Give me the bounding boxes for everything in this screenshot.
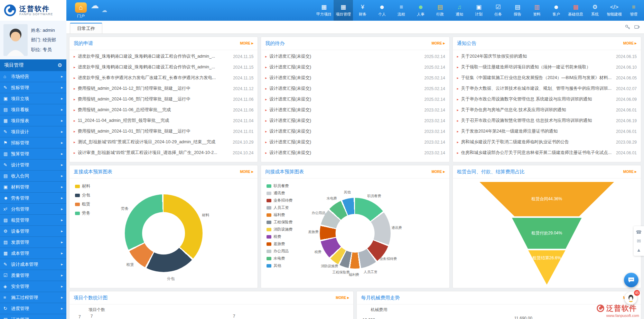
module-item[interactable]: ▦ 甲方项目	[314, 0, 334, 21]
key-icon[interactable]	[625, 25, 630, 30]
legend-item[interactable]: 通讯费	[267, 191, 292, 196]
list-item[interactable]: ▸ 设计进度汇报(未提交) 2025.02.14	[265, 62, 445, 72]
module-item[interactable]: ▩ 基础信息	[566, 0, 585, 21]
legend-item[interactable]: 福利费	[267, 212, 292, 218]
sidebar-item[interactable]: ▦ 项目报表 ▸	[0, 115, 66, 126]
list-item[interactable]: ▸ 进度款申报_珠海鹤港口建设_珠海鹤港口建设工程合作协议书_admin_...…	[74, 62, 253, 72]
funnel-segment-payment[interactable]: 租赁付款29.04%	[512, 218, 582, 249]
legend-item[interactable]: 消防设施费	[267, 227, 292, 232]
list-item[interactable]: ▸ 关于领取一级注册建造师培训项目的通知（须持一建证书前来领取） 2024.06…	[457, 62, 637, 72]
sidebar-item[interactable]: ✎ 设计成本管理 ▸	[0, 259, 66, 270]
list-item[interactable]: ▸ 费用报销_admin_2024-11-06_部门经理审批_胡建__运行中 2…	[74, 94, 253, 105]
legend-item[interactable]: 租赁	[75, 201, 90, 207]
legend-item[interactable]: 职员餐费	[267, 183, 292, 188]
list-item[interactable]: ▸ 11_2024-11-04_admin_经营部_领导审批__完成 2024.…	[74, 115, 253, 126]
legend-item[interactable]: 人员工资	[267, 205, 292, 210]
module-item[interactable]: ☑ 任务	[488, 0, 508, 21]
funnel-segment-settlement[interactable]: 租赁结算26.6%	[528, 250, 566, 285]
sidebar-item[interactable]: ⌂ 市场经营 ▸	[0, 71, 66, 82]
list-item[interactable]: ▸ 关于召开市政公用设施智慧化管理信息 信息技术与应用培训班的通知 2024.0…	[457, 115, 637, 126]
module-item[interactable]: ☻ 个人	[372, 0, 392, 21]
legend-item[interactable]: 办公用品	[267, 249, 292, 254]
more-button[interactable]: MORE ▶	[623, 170, 637, 174]
legend-item[interactable]: 业务招待费	[267, 198, 292, 203]
sidebar-item[interactable]: ▤ 收入合同 ▸	[0, 171, 66, 182]
tab-daily-work[interactable]: 日常工作	[70, 23, 102, 33]
legend-item[interactable]: 分包	[75, 192, 90, 198]
sidebar-item[interactable]: ✎ 投标管理 ▸	[0, 82, 66, 93]
sidebar-item[interactable]: ↻ 进度管理 ▸	[0, 303, 66, 314]
phone-icon[interactable]: ☎	[636, 230, 642, 234]
sidebar-item[interactable]: ▦ 成本管理 ▸	[0, 248, 66, 259]
list-item[interactable]: ▸ 设计进度汇报(未提交) 2025.02.14	[265, 94, 445, 105]
sidebar-item[interactable]: ▥ 预算管理 ▸	[0, 148, 66, 160]
legend-item[interactable]: 工程保险费	[267, 220, 292, 225]
list-item[interactable]: ▸ 关于2024年国庆节放假安排的通知 2024.06.15	[457, 51, 637, 62]
sidebar-item[interactable]: ≡ 施工过程管理 ▸	[0, 292, 66, 303]
module-item[interactable]: ▦ 项目管理	[334, 0, 353, 21]
legend-item[interactable]: 税费	[267, 234, 292, 239]
qq-button[interactable]: 45	[625, 292, 637, 304]
module-item[interactable]: ▥ 资料	[527, 0, 547, 21]
list-item[interactable]: ▸ 设计进度汇报(未提交) 2023.02.14	[265, 137, 445, 147]
module-item[interactable]: ¥ 财务	[353, 0, 372, 21]
list-item[interactable]: ▸ 设计审查_彭祖新城“四馆”景观工程设计项目_请选择_胡广生_2024-10-…	[74, 147, 253, 158]
list-item[interactable]: ▸ 设计进度汇报(未提交) 2023.02.14	[265, 126, 445, 137]
legend-item[interactable]: 差旅费	[267, 241, 292, 246]
list-item[interactable]: ▸ 关于举办大数据、云计算技术在城市建设、规划、管理与服务中的应用培训班... …	[457, 83, 637, 94]
funnel-segment-contract[interactable]: 租赁合同44.36%	[479, 182, 614, 216]
sidebar-item[interactable]: ▣ 项目立项 ▸	[0, 93, 66, 104]
sidebar-item[interactable]: ▤ 发票管理 ▸	[0, 237, 66, 248]
list-item[interactable]: ▸ 费用报销_admin_2024-11-12_部门经理审批_胡建__运行中 2…	[74, 83, 253, 94]
list-item[interactable]: ▸ 房和城乡建设厅关于取消二级建造师临时执业证书的公告 2023.08.29	[457, 137, 637, 147]
legend-item[interactable]: 劳务	[75, 210, 90, 216]
sidebar-item[interactable]: ◈ 安全管理 ▸	[0, 281, 66, 292]
list-item[interactable]: ▸ 设计进度汇报(未提交) 2023.02.14	[265, 147, 445, 158]
sidebar-item[interactable]: ▧ 租赁管理 ▸	[0, 215, 66, 226]
more-button[interactable]: MORE ▶	[336, 296, 349, 300]
more-button[interactable]: MORE ▶	[623, 41, 637, 45]
sidebar-item[interactable]: ▤ 项目看板 ▸	[0, 104, 66, 115]
module-item[interactable]: ☻ 客户	[547, 0, 566, 21]
module-item[interactable]: ▤ 报告	[508, 0, 527, 21]
more-button[interactable]: MORE ▶	[432, 170, 445, 174]
list-item[interactable]: ▸ 费用报销_admin_2024-11-01_部门经理审批_胡建__运行中 2…	[74, 126, 253, 137]
module-item[interactable]: ≡ 管理	[624, 0, 643, 21]
list-item[interactable]: ▸ 设计进度汇报(未提交) 2025.02.14	[265, 51, 445, 62]
exit-fullscreen-icon[interactable]	[634, 25, 640, 30]
list-item[interactable]: ▸ 关于发放2024年第24批一级建造师注册证书的通知 2024.06.01	[457, 126, 637, 137]
list-item[interactable]: ▸ 于征集《中国建筑施工行业信息化发展报告（2024）—BIM应用与发展》材料.…	[457, 72, 637, 83]
legend-item[interactable]: 水电费	[267, 256, 292, 261]
module-item[interactable]: ≡ 流程	[392, 0, 411, 21]
sidebar-item[interactable]: ✎ 项目设计 ▸	[0, 126, 66, 137]
portal-button[interactable]: ⌂ 门户 ☁ ☁	[68, 0, 93, 21]
legend-item[interactable]: 其他	[267, 263, 292, 268]
chat-button[interactable]	[624, 273, 638, 287]
list-item[interactable]: ▸ 测试_彭祖新城“四馆”景观工程设计项目_2024-10-29_admin_结…	[74, 137, 253, 147]
list-item[interactable]: ▸ 住房和城乡建设部办公厅关于同意吉林省开展二级建造师注册证书电子化试点... …	[457, 147, 637, 158]
more-button[interactable]: MORE ▶	[240, 41, 253, 45]
module-item[interactable]: ▣ 计划	[469, 0, 488, 21]
list-item[interactable]: ▸ 设计进度汇报(未提交) 2023.02.14	[265, 105, 445, 115]
module-item[interactable]: ♫ 通知	[450, 0, 469, 21]
module-item[interactable]: </> 智能建模	[605, 0, 624, 21]
sidebar-item[interactable]: ☻ 劳务管理 ▸	[0, 193, 66, 204]
list-item[interactable]: ▸ 进度款申报_长春市伊通河水力发电厂改建工程_长春市伊通河水力发电... 20…	[74, 72, 253, 83]
list-item[interactable]: ▸ 设计进度汇报(未提交) 2025.02.14	[265, 72, 445, 83]
sidebar-item[interactable]: x² 分包管理 ▸	[0, 204, 66, 215]
sidebar-item[interactable]: ▣ 材料管理 ▸	[0, 182, 66, 193]
list-item[interactable]: ▸ 设计进度汇报(未提交) 2025.02.14	[265, 83, 445, 94]
more-button[interactable]: MORE ▶	[432, 41, 445, 45]
legend-item[interactable]: 材料	[75, 183, 90, 189]
list-item[interactable]: ▸ 设计进度汇报(未提交) 2023.02.14	[265, 115, 445, 126]
sidebar-item[interactable]: ⚙ 设备管理 ▸	[0, 226, 66, 237]
more-button[interactable]: MORE ▶	[240, 170, 253, 174]
sidebar-item[interactable]: ▤ 证件管理 ▸	[0, 314, 66, 319]
sidebar-item[interactable]: ⚑ 招标管理 ▸	[0, 137, 66, 148]
module-item[interactable]: ⚙ 系统	[585, 0, 605, 21]
sidebar-item[interactable]: ☑ 质量管理 ▸	[0, 270, 66, 281]
sidebar-item[interactable]: ✎ 设计管理 ▸	[0, 160, 66, 171]
module-item[interactable]: ☻ 人事	[411, 0, 430, 21]
bar[interactable]: 7	[82, 314, 101, 319]
mail-icon[interactable]: ✉	[637, 239, 641, 243]
